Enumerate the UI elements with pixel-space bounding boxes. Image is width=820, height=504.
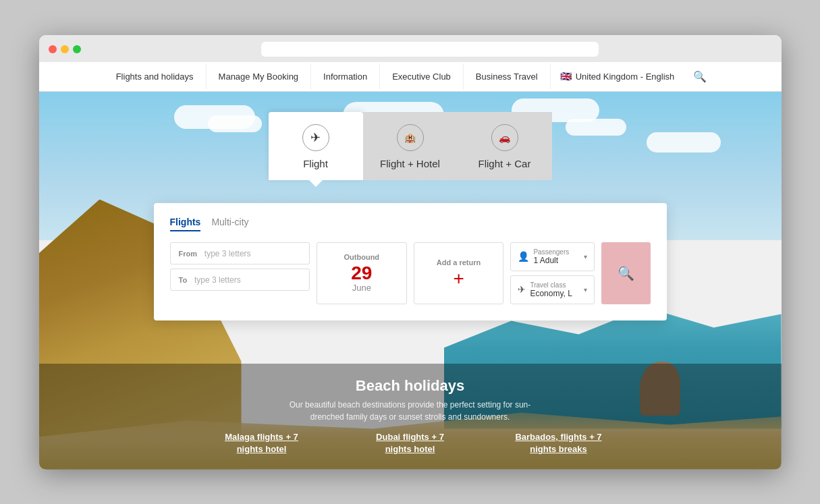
search-button-icon: 🔍 <box>618 265 634 281</box>
return-date-field[interactable]: Add a return + <box>414 242 504 304</box>
nav-region-selector[interactable]: 🇬🇧 United Kingdom - English <box>551 63 684 90</box>
browser-chrome <box>39 35 782 62</box>
to-placeholder: type 3 letters <box>194 275 241 285</box>
outbound-date-field[interactable]: Outbound 29 June <box>317 242 407 304</box>
navigation-bar: Flights and holidays Manage My Booking I… <box>39 62 782 92</box>
form-tab-multicity[interactable]: Multi-city <box>211 217 248 231</box>
booking-type-tabs: ✈ Flight 🏨 Flight + Hotel 🚗 Flight + Car <box>269 112 552 180</box>
search-form: Flights Multi-city From type 3 letters <box>154 203 667 320</box>
flight-tab-label: Flight <box>303 158 328 169</box>
traffic-light-green[interactable] <box>73 45 81 53</box>
form-tabs: Flights Multi-city <box>170 217 651 231</box>
nav-manage-booking[interactable]: Manage My Booking <box>207 63 312 90</box>
from-field-wrapper: From type 3 letters <box>170 242 310 264</box>
flight-hotel-tab-label: Flight + Hotel <box>380 158 440 169</box>
flight-car-tab-icon: 🚗 <box>491 124 518 151</box>
beach-holidays-description: Our beautiful beach destinations provide… <box>275 399 545 423</box>
nav-business-travel[interactable]: Business Travel <box>464 63 551 90</box>
browser-window: Flights and holidays Manage My Booking I… <box>39 35 782 470</box>
form-tab-flights[interactable]: Flights <box>170 217 201 231</box>
flight-tab-icon: ✈ <box>302 124 329 151</box>
traffic-light-yellow[interactable] <box>61 45 69 53</box>
nav-executive-club[interactable]: Executive Club <box>380 63 464 90</box>
passengers-arrow-icon: ▾ <box>584 253 587 260</box>
from-label: From <box>179 250 198 258</box>
hero-section: ✈ Flight 🏨 Flight + Hotel 🚗 Flight + Car… <box>39 92 782 470</box>
beach-links-row: Malaga flights + 7 nights hotel Dubai fl… <box>53 431 768 455</box>
travel-class-text: Travel class Economy, L <box>530 281 579 298</box>
flight-car-tab-label: Flight + Car <box>479 158 531 169</box>
beach-link-dubai[interactable]: Dubai flights + 7 nights hotel <box>363 431 458 455</box>
nav-search-button[interactable]: 🔍 <box>684 62 716 91</box>
to-field-wrapper: To type 3 letters <box>170 269 310 291</box>
passengers-text: Passengers 1 Adult <box>533 248 579 265</box>
outbound-label: Outbound <box>344 253 380 261</box>
from-field[interactable]: From type 3 letters <box>170 242 310 264</box>
outbound-month: June <box>352 283 371 293</box>
travel-class-value: Economy, L <box>530 289 579 298</box>
beach-holidays-section: Beach holidays Our beautiful beach desti… <box>39 364 782 469</box>
traffic-lights <box>49 45 81 53</box>
travel-class-label: Travel class <box>530 281 579 289</box>
travel-class-icon: ✈ <box>518 284 526 295</box>
cloud-7 <box>647 132 721 152</box>
traffic-light-red[interactable] <box>49 45 57 53</box>
outbound-day: 29 <box>351 264 372 283</box>
from-placeholder: type 3 letters <box>204 249 251 258</box>
cloud-6 <box>566 119 626 136</box>
to-field[interactable]: To type 3 letters <box>170 269 310 291</box>
flag-icon: 🇬🇧 <box>560 71 572 82</box>
return-plus-icon: + <box>453 269 464 288</box>
address-bar[interactable] <box>261 42 599 57</box>
beach-link-malaga[interactable]: Malaga flights + 7 nights hotel <box>215 431 309 455</box>
options-column: 👤 Passengers 1 Adult ▾ ✈ Travel class Ec… <box>510 242 594 304</box>
nav-information[interactable]: Information <box>311 63 380 90</box>
tab-flight[interactable]: ✈ Flight <box>269 112 363 180</box>
cloud-2 <box>208 115 262 132</box>
region-label: United Kingdom - English <box>576 72 675 82</box>
return-label: Add a return <box>437 258 481 267</box>
to-label: To <box>179 276 188 284</box>
from-to-column: From type 3 letters To type 3 letters <box>170 242 310 304</box>
passengers-field[interactable]: 👤 Passengers 1 Adult ▾ <box>510 242 594 271</box>
passengers-label: Passengers <box>533 248 579 256</box>
travel-class-field[interactable]: ✈ Travel class Economy, L ▾ <box>510 275 594 304</box>
flight-hotel-tab-icon: 🏨 <box>397 124 424 151</box>
search-button[interactable]: 🔍 <box>601 242 651 304</box>
beach-holidays-title: Beach holidays <box>53 377 768 395</box>
travel-class-arrow-icon: ▾ <box>584 286 587 293</box>
passengers-value: 1 Adult <box>533 256 579 265</box>
passengers-icon: 👤 <box>518 251 529 262</box>
beach-link-barbados[interactable]: Barbados, flights + 7 nights breaks <box>512 431 606 455</box>
tab-flight-hotel[interactable]: 🏨 Flight + Hotel <box>363 112 458 180</box>
tab-flight-car[interactable]: 🚗 Flight + Car <box>458 112 552 180</box>
search-form-row: From type 3 letters To type 3 letters <box>170 242 651 304</box>
nav-flights-holidays[interactable]: Flights and holidays <box>104 63 207 90</box>
